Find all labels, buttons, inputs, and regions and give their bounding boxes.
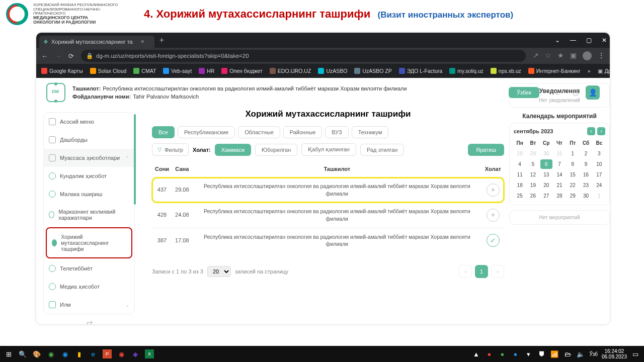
bookmark-item[interactable]: CMAT — [133, 68, 156, 74]
chrome-icon[interactable]: ◉ — [46, 349, 55, 358]
status-all[interactable]: Хаммаси — [215, 144, 251, 156]
cal-day[interactable]: 18 — [514, 180, 526, 190]
cal-day[interactable]: 19 — [527, 180, 539, 190]
sidebar-item-media[interactable]: Медиа ҳисобот — [44, 278, 134, 296]
scrollbar[interactable] — [134, 114, 136, 205]
bookmark-item[interactable]: Google Карты — [41, 68, 83, 74]
bookmarks-more[interactable]: » — [588, 68, 591, 74]
tray-icon[interactable]: ⛊ — [537, 349, 546, 358]
bell-icon[interactable]: ◔ — [569, 85, 583, 100]
pager-next[interactable]: › — [491, 265, 504, 278]
tab-rayon[interactable]: Районные — [283, 126, 323, 138]
notification-icon[interactable]: ▭ — [631, 349, 640, 358]
tab-vuz[interactable]: ВУЗ — [325, 126, 348, 138]
palette-icon[interactable]: 🎨 — [32, 349, 41, 358]
cal-day[interactable]: 14 — [553, 170, 566, 179]
user-icon[interactable]: 👤 — [586, 85, 600, 100]
new-tab-button[interactable]: + — [159, 36, 164, 45]
puzzle-icon[interactable]: ▣ — [570, 51, 577, 60]
bookmark-item[interactable]: Интернет-Банкинг — [528, 68, 581, 74]
cal-day[interactable]: 16 — [580, 170, 592, 179]
cal-day[interactable]: 21 — [553, 180, 566, 190]
cal-next-icon[interactable]: › — [597, 127, 605, 135]
cal-day[interactable]: 1 — [593, 191, 605, 201]
extension-icon[interactable]: ★ — [557, 51, 564, 60]
cal-day[interactable]: 30 — [540, 149, 552, 158]
tab-all[interactable]: Все — [152, 126, 175, 138]
bookmark-item[interactable]: nps.xb.uz — [491, 68, 521, 74]
sidebar-item-science[interactable]: Илм⌄ — [44, 296, 134, 314]
tray-icon[interactable]: ● — [511, 349, 520, 358]
cal-day[interactable]: 15 — [567, 170, 579, 179]
browser-tab[interactable]: ❖ Хорижий мутахассисларнинг та × — [39, 36, 154, 48]
cal-day[interactable]: 27 — [540, 191, 552, 201]
cal-day[interactable]: 8 — [567, 159, 579, 169]
table-row[interactable]: 43729.08Республика ихтисослаштирилган он… — [152, 177, 504, 203]
cal-day[interactable]: 31 — [553, 149, 566, 158]
start-icon[interactable]: ⊞ — [4, 349, 13, 358]
tray-icon[interactable]: ▲ — [471, 349, 480, 358]
cal-day[interactable]: 4 — [514, 159, 526, 169]
tray-icon[interactable]: ▾ — [524, 349, 533, 358]
minimize-icon[interactable]: ⌄ — [555, 37, 560, 44]
tray-icon[interactable]: 🔈 — [576, 349, 585, 358]
cal-day[interactable]: 29 — [527, 149, 539, 158]
sidebar-collapse-icon[interactable]: ⇄ — [43, 318, 135, 324]
filter-button[interactable]: ▽Фильтр — [152, 143, 189, 156]
cal-day[interactable]: 22 — [567, 180, 579, 190]
tray-icon[interactable]: ● — [485, 349, 494, 358]
share-icon[interactable]: ↗ — [533, 51, 539, 60]
sidebar-item-dashboards[interactable]: Дашборды — [44, 131, 134, 149]
cal-day[interactable]: 10 — [593, 159, 605, 169]
bookmark-icon[interactable]: ☆ — [545, 51, 551, 60]
cal-day[interactable]: 17 — [593, 170, 605, 179]
status-rejected[interactable]: Рад этилган — [360, 144, 405, 156]
tab-oblast[interactable]: Областные — [238, 126, 280, 138]
sidebar-item-training[interactable]: Малака ошириш — [44, 185, 134, 203]
plus-icon[interactable]: + — [487, 209, 500, 222]
taskbar-lang[interactable]: Ўзб — [589, 351, 598, 357]
moon-icon[interactable]: ☾ — [551, 85, 566, 100]
sidebar-item-institution[interactable]: Муассаса ҳисоботлари⌃ — [44, 149, 134, 167]
app-icon[interactable]: ◆ — [131, 349, 140, 358]
cal-day[interactable]: 30 — [580, 191, 592, 201]
sidebar-item-finance[interactable]: Марказнинг молиявий харажатлари — [44, 203, 134, 226]
status-accepted[interactable]: Қабул қилинган — [301, 143, 356, 156]
close-tab-icon[interactable]: × — [141, 36, 144, 48]
create-button[interactable]: Яратиш — [468, 144, 504, 156]
per-page-select[interactable]: 20 — [207, 266, 231, 277]
cal-day[interactable]: 5 — [527, 159, 539, 169]
bookmark-item[interactable]: UzASBO ZP — [354, 68, 391, 74]
reload-icon[interactable]: ⟳ — [68, 52, 74, 60]
cal-day[interactable]: 28 — [514, 149, 526, 158]
url-bar[interactable]: 🔒 dg-m.uz/uz/reports/visit-foreign-speci… — [81, 50, 526, 62]
avatar-icon[interactable] — [583, 51, 592, 60]
cal-day[interactable]: 3 — [593, 149, 605, 158]
bookmark-item[interactable]: UzASBO — [318, 68, 347, 74]
tray-icon[interactable]: 🗁 — [563, 349, 572, 358]
cal-day[interactable]: 7 — [553, 159, 566, 169]
excel-icon[interactable]: X — [145, 349, 154, 358]
edge-icon[interactable]: e — [89, 349, 98, 358]
tab-tech[interactable]: Техникум — [352, 126, 389, 138]
forward-icon[interactable]: → — [55, 52, 61, 60]
cal-day[interactable]: 6 — [540, 159, 552, 169]
cal-day[interactable]: 12 — [527, 170, 539, 179]
minimize-window-icon[interactable]: — — [570, 37, 576, 44]
bookmark-item[interactable]: Опен бюджет — [221, 68, 263, 74]
cal-day[interactable]: 20 — [540, 180, 552, 190]
tab-republic[interactable]: Республиканские — [178, 126, 235, 138]
back-icon[interactable]: ← — [41, 52, 48, 60]
cal-day[interactable]: 26 — [527, 191, 539, 201]
bookmark-item[interactable]: HR — [199, 68, 214, 74]
cal-day[interactable]: 23 — [580, 180, 592, 190]
explorer-icon[interactable]: ▮ — [74, 349, 84, 358]
sidebar-item-tele[interactable]: Телетиббиёт — [44, 259, 134, 278]
bookmarks-folder[interactable]: ▣ Другие закладки — [598, 68, 610, 74]
cal-day[interactable]: 13 — [540, 170, 552, 179]
table-row[interactable]: 38717.08Республика ихтисослаштирилган он… — [152, 228, 504, 253]
maximize-window-icon[interactable]: ▢ — [586, 37, 592, 44]
cal-day[interactable]: 9 — [580, 159, 592, 169]
bookmark-item[interactable]: ЭДО L-Factura — [399, 68, 442, 74]
pager-prev[interactable]: ‹ — [459, 265, 472, 278]
